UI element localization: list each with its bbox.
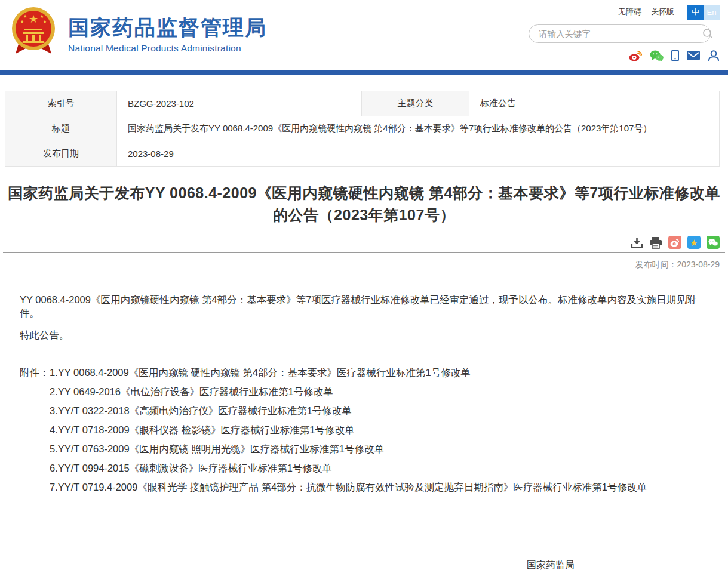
attachment-item[interactable]: 附件： 1.YY 0068.4-2009《医用内窥镜 硬性内窥镜 第4部分：基本…	[20, 363, 728, 382]
title-divider	[3, 252, 725, 253]
article-paragraph: YY 0068.4-2009《医用内窥镜硬性内窥镜 第4部分：基本要求》等7项医…	[20, 293, 708, 319]
attachment-item[interactable]: 5.YY/T 0763-2009《医用内窥镜 照明用光缆》医疗器械行业标准第1号…	[20, 439, 728, 458]
attachment-item[interactable]: 3.YY/T 0322-2018《高频电灼治疗仪》医疗器械行业标准第1号修改单	[20, 401, 728, 420]
page-title: 国家药监局关于发布YY 0068.4-2009《医用内窥镜硬性内窥镜 第4部分：…	[4, 182, 724, 226]
attachment-link[interactable]: 1.YY 0068.4-2009《医用内窥镜 硬性内窥镜 第4部分：基本要求》医…	[50, 363, 471, 382]
document-meta-table: 索引号 BZGG-2023-102 主题分类 标准公告 标题 国家药监局关于发布…	[5, 91, 720, 167]
top-links: 无障碍 关怀版 中 En	[529, 4, 720, 20]
site-title: 国家药品监督管理局	[68, 16, 267, 39]
index-number-label: 索引号	[5, 91, 117, 116]
share-wechat-icon[interactable]	[707, 236, 720, 249]
article-tools: ★	[0, 236, 720, 249]
search-icon[interactable]	[702, 28, 714, 39]
print-icon[interactable]	[649, 236, 662, 249]
lang-en-button[interactable]: En	[704, 5, 720, 20]
user-icon[interactable]	[708, 50, 720, 61]
attachment-item[interactable]: 7.YY/T 0719.4-2009《眼科光学 接触镜护理产品 第4部分：抗微生…	[20, 478, 728, 497]
site-header: ★ ★ ★ ★ ★ 国家药品监督管理局 National Medical Pro…	[0, 0, 728, 70]
weibo-icon[interactable]	[629, 50, 642, 61]
mobile-icon[interactable]	[671, 50, 679, 61]
attachment-item[interactable]: 2.YY 0649-2016《电位治疗设备》医疗器械行业标准第1号修改单	[20, 382, 728, 401]
header-right: 无障碍 关怀版 中 En	[529, 4, 720, 61]
publish-time: 发布时间：2023-08-29	[0, 260, 720, 270]
share-qzone-icon[interactable]: ★	[687, 236, 701, 249]
share-weibo-icon[interactable]	[668, 236, 681, 249]
header-divider-bar	[0, 70, 728, 75]
index-number-value: BZGG-2023-102	[117, 91, 362, 116]
title-value: 国家药监局关于发布YY 0068.4-2009《医用内窥镜硬性内窥镜 第4部分：…	[117, 116, 720, 141]
attachment-item[interactable]: 6.YY/T 0994-2015《磁刺激设备》医疗器械行业标准第1号修改单	[20, 458, 728, 478]
svg-text:★: ★	[20, 19, 24, 24]
signature-agency: 国家药监局	[491, 556, 610, 573]
attachment-item[interactable]: 4.YY/T 0718-2009《眼科仪器 检影镜》医疗器械行业标准第1号修改单	[20, 420, 728, 439]
lang-zh-button[interactable]: 中	[687, 5, 704, 20]
svg-text:★: ★	[23, 14, 27, 19]
svg-text:★: ★	[690, 238, 698, 248]
table-row: 索引号 BZGG-2023-102 主题分类 标准公告	[5, 91, 720, 116]
publish-date-label: 发布日期	[5, 141, 117, 167]
table-row: 发布日期 2023-08-29	[5, 141, 720, 167]
svg-text:★: ★	[42, 19, 47, 24]
accessibility-link[interactable]: 无障碍	[618, 7, 641, 17]
signature-block: 国家药监局 2023年8月25日	[491, 556, 610, 573]
search-box	[529, 24, 720, 43]
wechat-icon[interactable]	[650, 50, 664, 61]
email-icon[interactable]	[687, 51, 700, 60]
site-subtitle: National Medical Products Administration	[68, 43, 267, 54]
svg-text:★: ★	[29, 13, 38, 25]
svg-text:★: ★	[39, 14, 44, 19]
search-input[interactable]	[529, 24, 711, 43]
site-logo[interactable]: ★ ★ ★ ★ ★ 国家药品监督管理局 National Medical Pro…	[11, 5, 267, 58]
article-paragraph: 特此公告。	[20, 328, 708, 341]
article-body: YY 0068.4-2009《医用内窥镜硬性内窥镜 第4部分：基本要求》等7项医…	[20, 293, 708, 341]
topic-category-label: 主题分类	[362, 91, 469, 116]
care-edition-link[interactable]: 关怀版	[651, 7, 674, 17]
national-emblem-icon: ★ ★ ★ ★ ★	[11, 5, 56, 58]
table-row: 标题 国家药监局关于发布YY 0068.4-2009《医用内窥镜硬性内窥镜 第4…	[5, 116, 720, 141]
title-label: 标题	[5, 116, 117, 141]
attachment-label: 附件：	[20, 363, 50, 382]
language-toggle: 中 En	[687, 5, 720, 20]
attachment-list: 附件： 1.YY 0068.4-2009《医用内窥镜 硬性内窥镜 第4部分：基本…	[20, 363, 728, 497]
publish-date-value: 2023-08-29	[117, 141, 720, 167]
topic-category-value: 标准公告	[469, 91, 720, 116]
social-icons-row	[529, 50, 720, 61]
download-icon[interactable]	[631, 236, 643, 249]
